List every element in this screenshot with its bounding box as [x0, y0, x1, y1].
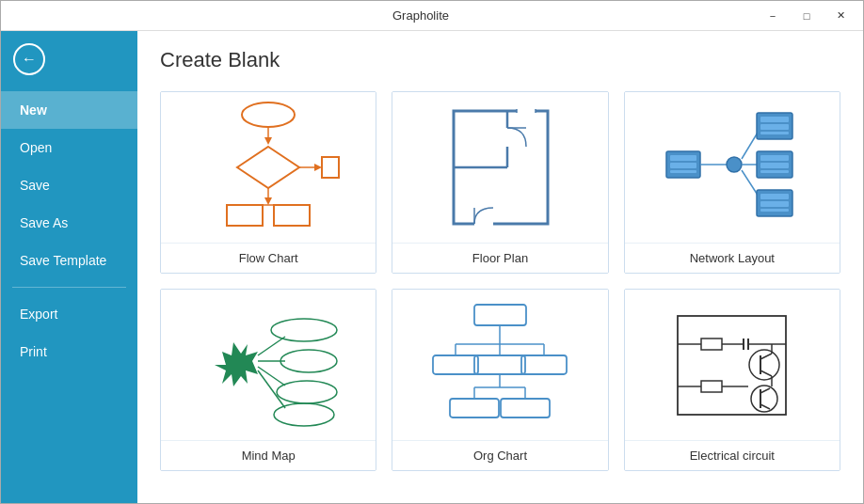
app-title: Grapholite [84, 8, 758, 23]
svg-rect-10 [274, 205, 310, 226]
sidebar-item-save[interactable]: Save [1, 166, 137, 204]
svg-marker-46 [215, 342, 258, 386]
svg-rect-38 [760, 155, 789, 161]
svg-rect-6 [322, 157, 339, 178]
content-scroll[interactable]: Flow Chart [137, 84, 863, 503]
template-label-flow-chart: Flow Chart [161, 243, 376, 273]
maximize-button[interactable]: □ [792, 6, 822, 26]
svg-marker-3 [237, 147, 299, 188]
nav-divider [12, 287, 126, 288]
sidebar-item-export[interactable]: Export [1, 295, 137, 333]
svg-rect-40 [760, 170, 789, 173]
svg-point-52 [277, 381, 337, 403]
svg-marker-8 [264, 197, 272, 205]
svg-rect-69 [501, 399, 550, 417]
svg-rect-43 [760, 194, 789, 199]
svg-line-86 [760, 404, 770, 409]
sidebar-item-new[interactable]: New [1, 91, 137, 129]
svg-point-54 [274, 403, 334, 426]
minimize-button[interactable]: − [758, 6, 788, 26]
svg-line-47 [258, 337, 285, 355]
template-card-org-chart[interactable]: Org Chart [392, 289, 608, 471]
svg-rect-27 [670, 163, 696, 168]
template-card-network-layout[interactable]: Network Layout [624, 91, 840, 274]
template-label-mind-map: Mind Map [161, 440, 376, 470]
template-preview-mind-map [161, 290, 376, 440]
svg-point-30 [727, 157, 742, 172]
svg-rect-72 [701, 339, 722, 350]
svg-rect-70 [678, 316, 786, 415]
template-preview-flow-chart [161, 92, 376, 243]
svg-rect-26 [670, 155, 696, 161]
template-preview-floor-plan [392, 92, 607, 243]
svg-point-50 [280, 350, 337, 372]
sidebar-item-print[interactable]: Print [1, 333, 137, 370]
svg-rect-39 [760, 163, 789, 168]
svg-rect-33 [760, 117, 789, 122]
template-card-electrical-circuit[interactable]: Electrical circuit [624, 289, 840, 471]
svg-line-80 [760, 370, 772, 376]
svg-point-48 [271, 319, 337, 341]
svg-rect-88 [701, 381, 722, 392]
sidebar-item-save-as[interactable]: Save As [1, 204, 137, 242]
back-button[interactable]: ← [7, 37, 52, 82]
sidebar: ← New Open Save Save As Save Template [1, 31, 137, 503]
content-heading: Create Blank [137, 31, 863, 84]
close-button[interactable]: ✕ [825, 6, 856, 26]
main-layout: ← New Open Save Save As Save Template [1, 31, 863, 503]
template-label-network-layout: Network Layout [625, 243, 840, 273]
svg-rect-61 [474, 355, 525, 374]
template-label-electrical-circuit: Electrical circuit [625, 440, 840, 470]
svg-marker-2 [264, 137, 272, 145]
template-card-floor-plan[interactable]: Floor Plan [392, 91, 608, 274]
sidebar-nav: New Open Save Save As Save Template Expo… [1, 91, 137, 370]
app-window: Grapholite − □ ✕ ← New Open [0, 0, 864, 504]
template-preview-org-chart [392, 290, 607, 440]
template-card-mind-map[interactable]: Mind Map [160, 289, 376, 471]
svg-marker-5 [314, 164, 322, 171]
svg-point-77 [749, 350, 779, 380]
svg-line-79 [760, 354, 772, 359]
template-card-flow-chart[interactable]: Flow Chart [160, 91, 376, 274]
svg-rect-59 [433, 355, 478, 374]
svg-rect-34 [760, 124, 789, 130]
svg-rect-67 [450, 399, 499, 417]
titlebar: Grapholite − □ ✕ [1, 1, 863, 31]
svg-rect-35 [760, 132, 789, 134]
window-controls: − □ ✕ [758, 6, 856, 26]
sidebar-item-save-template[interactable]: Save Template [1, 242, 137, 279]
svg-rect-55 [474, 305, 526, 325]
content-area: Create Blank [137, 31, 863, 503]
svg-rect-9 [227, 205, 263, 226]
template-label-org-chart: Org Chart [392, 440, 607, 470]
svg-point-83 [751, 386, 777, 412]
sidebar-item-open[interactable]: Open [1, 129, 137, 166]
svg-rect-44 [760, 201, 789, 207]
svg-rect-28 [670, 170, 696, 173]
template-label-floor-plan: Floor Plan [392, 243, 607, 273]
template-preview-electrical-circuit [625, 290, 840, 440]
svg-rect-63 [521, 355, 567, 374]
template-preview-network-layout [625, 92, 840, 243]
svg-line-85 [760, 388, 770, 393]
back-circle-icon: ← [13, 43, 45, 75]
svg-rect-45 [760, 209, 789, 212]
svg-point-0 [242, 102, 295, 127]
templates-grid: Flow Chart [160, 91, 840, 482]
